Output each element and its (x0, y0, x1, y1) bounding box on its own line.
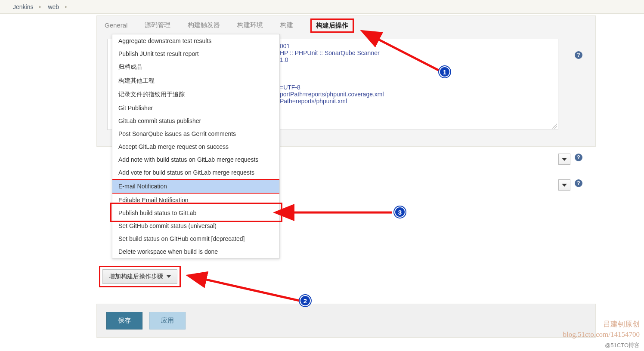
menu-item[interactable]: Post SonarQube issues as Gerrit comments (112, 127, 279, 140)
menu-item[interactable]: Add note with build status on GitLab mer… (112, 153, 279, 166)
chevron-down-icon (562, 184, 567, 187)
button-bar: 保存 应用 (96, 304, 596, 338)
add-post-build-step-button[interactable]: 增加构建后操作步骤 (102, 269, 177, 284)
menu-item[interactable]: Git Publisher (112, 102, 279, 114)
menu-item[interactable]: 记录文件的指纹用于追踪 (112, 88, 279, 102)
menu-item[interactable]: Accept GitLab merge request on success (112, 140, 279, 153)
post-build-dropdown: Aggregate downstream test results Publis… (112, 34, 280, 259)
add-step-highlight: 增加构建后操作步骤 (99, 266, 181, 287)
menu-item[interactable]: Set build status on GitHub commit [depre… (112, 232, 279, 245)
expand-button[interactable] (558, 179, 570, 191)
menu-item[interactable]: Editable Email Notification (112, 194, 279, 206)
expand-button[interactable] (558, 154, 570, 165)
tab-scm[interactable]: 源码管理 (145, 21, 170, 29)
help-icon[interactable]: ? (575, 179, 582, 187)
tab-postbuild-highlight: 构建后操作 (310, 18, 354, 33)
add-step-label: 增加构建后操作步骤 (109, 273, 163, 280)
menu-item[interactable]: Delete workspace when build is done (112, 245, 279, 258)
breadcrumb: Jenkins ▸ web ▸ (0, 0, 644, 14)
menu-item[interactable]: 归档成品 (112, 60, 279, 74)
tab-bar: General 源码管理 构建触发器 构建环境 构建 构建后操作 (97, 16, 595, 34)
help-icon[interactable]: ? (575, 154, 582, 161)
callout-number: 3 (394, 206, 406, 218)
tab-general[interactable]: General (105, 22, 127, 29)
tab-postbuild[interactable]: 构建后操作 (316, 22, 348, 29)
chevron-down-icon (167, 275, 171, 278)
menu-item[interactable]: Add vote for build status on GitLab merg… (112, 166, 279, 179)
menu-item[interactable]: Publish build status to GitLab (112, 206, 279, 219)
menu-item[interactable]: Publish JUnit test result report (112, 47, 279, 60)
menu-item[interactable]: 构建其他工程 (112, 74, 279, 88)
menu-item[interactable]: GitLab commit status publisher (112, 114, 279, 127)
apply-button[interactable]: 应用 (149, 312, 186, 329)
separator-icon: ▸ (65, 4, 68, 9)
separator-icon: ▸ (39, 4, 42, 9)
chevron-down-icon (562, 158, 567, 161)
callout-3: 3 (284, 206, 413, 224)
help-icon[interactable]: ? (575, 51, 582, 59)
breadcrumb-item[interactable]: web (48, 3, 59, 10)
tab-triggers[interactable]: 构建触发器 (188, 21, 220, 29)
save-button[interactable]: 保存 (106, 312, 142, 329)
tab-build-env[interactable]: 构建环境 (237, 21, 263, 29)
menu-item[interactable]: Set GitHub commit status (universal) (112, 219, 279, 232)
menu-item[interactable]: Aggregate downstream test results (112, 34, 279, 47)
footer-tag: @51CTO博客 (605, 342, 640, 349)
svg-line-5 (202, 279, 301, 301)
menu-item-email-notification[interactable]: E-mail Notification (112, 179, 279, 194)
tab-build[interactable]: 构建 (280, 21, 293, 29)
breadcrumb-root[interactable]: Jenkins (13, 3, 33, 10)
